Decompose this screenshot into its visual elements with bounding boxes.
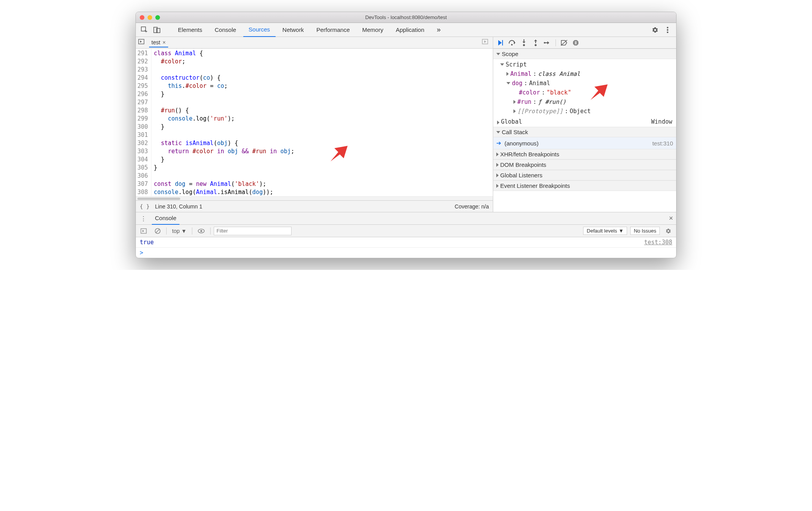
console-drawer: ⋮ Console × top▼ Default level (136, 212, 676, 258)
svg-line-13 (561, 40, 567, 46)
console-message[interactable]: true test:308 (136, 237, 676, 248)
step-out-icon[interactable] (531, 38, 541, 48)
scope-var-dog[interactable]: dog: Animal (500, 79, 676, 88)
call-stack-header[interactable]: Call Stack (493, 127, 676, 137)
chevron-down-icon (496, 53, 500, 55)
svg-rect-15 (576, 41, 577, 44)
debugger-toolbar (493, 37, 676, 49)
main-body: test × 291292293294295296297298299300301… (136, 37, 676, 212)
svg-point-9 (511, 44, 513, 46)
scope-prop-run[interactable]: #run: ƒ #run() (500, 97, 676, 107)
step-into-icon[interactable] (519, 38, 529, 48)
tab-memory[interactable]: Memory (357, 23, 389, 37)
devtools-window: DevTools - localhost:8080/demo/test Elem… (135, 12, 677, 258)
resume-icon[interactable] (496, 38, 506, 48)
coverage-status: Coverage: n/a (455, 203, 489, 210)
chevron-right-icon (497, 121, 499, 124)
global-listeners-header[interactable]: Global Listeners (493, 170, 676, 180)
xhr-breakpoints-header[interactable]: XHR/fetch Breakpoints (493, 149, 676, 159)
close-icon[interactable]: × (669, 214, 673, 222)
chevron-right-icon (496, 152, 499, 156)
live-expression-icon[interactable] (195, 228, 207, 234)
debugger-sidebar: Scope Script Animal: class Animal dog: (493, 37, 676, 212)
tab-elements[interactable]: Elements (172, 23, 208, 37)
console-output: true test:308 > (136, 237, 676, 258)
svg-point-4 (667, 29, 668, 31)
close-icon[interactable]: × (163, 39, 166, 46)
call-stack-frame[interactable]: ➔ (anonymous) test:310 (493, 137, 676, 149)
devtools-tabbar: Elements Console Sources Network Perform… (136, 23, 676, 37)
settings-gear-icon[interactable] (650, 24, 661, 35)
console-toolbar: top▼ Default levels▼ No Issues (136, 225, 676, 237)
scope-var-animal[interactable]: Animal: class Animal (500, 69, 676, 79)
pretty-print-icon[interactable]: { } (140, 203, 149, 210)
chevron-right-icon (496, 163, 499, 167)
line-gutter: 2912922932942952962972982993003013023033… (136, 49, 151, 196)
scope-prop-color[interactable]: #color: "black" (500, 88, 676, 97)
step-icon[interactable] (542, 38, 552, 48)
svg-point-11 (535, 44, 537, 46)
file-tab-label: test (151, 39, 160, 46)
kebab-menu-icon[interactable] (662, 24, 673, 35)
inspect-element-icon[interactable] (139, 24, 150, 35)
svg-point-12 (544, 42, 545, 44)
console-prompt[interactable]: > (136, 248, 676, 258)
tab-sources[interactable]: Sources (243, 23, 276, 37)
tab-network[interactable]: Network (277, 23, 309, 37)
chevron-right-icon (513, 109, 516, 113)
svg-point-10 (523, 44, 525, 46)
scope-script[interactable]: Script (500, 60, 676, 69)
svg-point-3 (667, 27, 668, 28)
console-settings-gear-icon[interactable] (663, 227, 674, 235)
console-sidebar-toggle-icon[interactable] (138, 228, 149, 234)
chevron-right-icon (496, 184, 499, 188)
pause-on-exceptions-icon[interactable] (571, 38, 581, 48)
code-editor[interactable]: 2912922932942952962972982993003013023033… (136, 49, 493, 196)
console-source-link[interactable]: test:308 (644, 239, 672, 246)
source-file-bar: test × (136, 37, 493, 49)
svg-rect-8 (502, 40, 503, 46)
issues-button[interactable]: No Issues (630, 227, 660, 235)
run-snippet-icon[interactable] (482, 38, 490, 47)
chevron-down-icon (500, 63, 504, 66)
svg-point-5 (667, 32, 668, 33)
dom-breakpoints-header[interactable]: DOM Breakpoints (493, 159, 676, 170)
log-levels-dropdown[interactable]: Default levels▼ (583, 227, 627, 235)
device-toggle-icon[interactable] (151, 24, 162, 35)
svg-line-18 (156, 229, 160, 233)
file-tab-test[interactable]: test × (149, 38, 168, 47)
current-frame-icon: ➔ (496, 140, 501, 147)
cursor-position: Line 310, Column 1 (155, 203, 202, 210)
code-content: class Animal { #color; constructor(co) {… (151, 49, 294, 196)
editor-statusbar: { } Line 310, Column 1 Coverage: n/a (136, 200, 493, 212)
clear-console-icon[interactable] (152, 227, 163, 235)
svg-point-20 (200, 230, 202, 232)
console-kebab-icon[interactable]: ⋮ (139, 215, 148, 222)
context-selector[interactable]: top▼ (170, 227, 189, 235)
editor-horizontal-scrollbar[interactable] (136, 196, 493, 200)
tab-application[interactable]: Application (390, 23, 430, 37)
tab-overflow[interactable]: » (431, 23, 446, 37)
scope-global[interactable]: Global Window (493, 117, 676, 127)
chevron-right-icon (496, 173, 499, 177)
console-tabbar: ⋮ Console × (136, 212, 676, 225)
chevron-down-icon (506, 82, 510, 84)
sources-panel: test × 291292293294295296297298299300301… (136, 37, 493, 212)
tab-performance[interactable]: Performance (311, 23, 355, 37)
window-titlebar: DevTools - localhost:8080/demo/test (136, 12, 676, 23)
debugger-scope-panel: Scope Script Animal: class Animal dog: (493, 49, 676, 212)
chevron-down-icon (496, 131, 500, 133)
event-listener-breakpoints-header[interactable]: Event Listener Breakpoints (493, 180, 676, 191)
deactivate-breakpoints-icon[interactable] (559, 38, 569, 48)
chevron-right-icon (506, 72, 509, 76)
tab-console[interactable]: Console (209, 23, 242, 37)
scope-prototype[interactable]: [[Prototype]]: Object (500, 107, 676, 116)
console-value: true (140, 239, 644, 246)
console-filter-input[interactable] (214, 227, 292, 235)
svg-rect-14 (575, 41, 576, 44)
navigator-toggle-icon[interactable] (138, 38, 147, 47)
console-tab[interactable]: Console (152, 212, 179, 225)
scope-header[interactable]: Scope (493, 49, 676, 59)
step-over-icon[interactable] (507, 38, 517, 48)
window-title: DevTools - localhost:8080/demo/test (136, 14, 676, 20)
